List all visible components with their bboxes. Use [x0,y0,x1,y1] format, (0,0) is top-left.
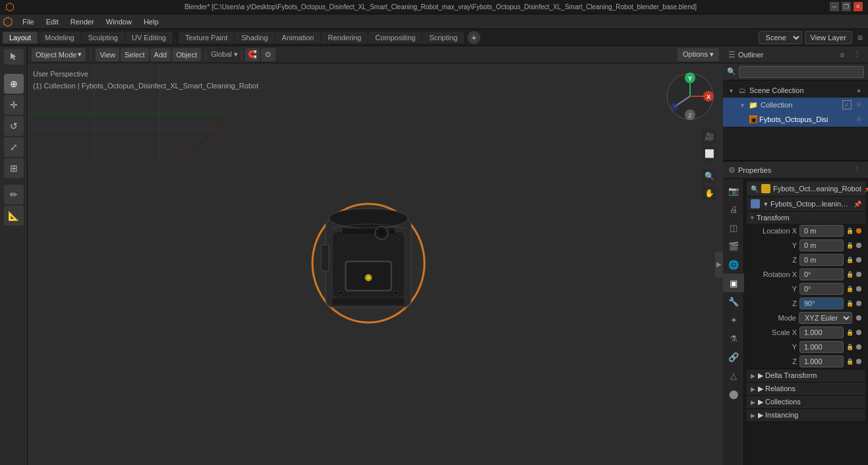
view-menu-btn[interactable]: View [96,48,119,61]
tree-scene-collection[interactable]: ▾ 🗂 Scene Collection ● [723,83,868,98]
annotate-btn[interactable]: ✏ [4,185,24,204]
move-tool-btn[interactable]: ✛ [4,95,24,115]
outliner-options-btn[interactable]: ⋮ [851,49,863,61]
mode-icon-btn[interactable] [4,49,24,65]
zoom-in-icon[interactable]: 🔍 [702,169,716,183]
props-tab-particles[interactable]: ✦ [723,311,744,329]
tab-scripting[interactable]: Scripting [422,32,464,44]
camera-view-icon[interactable]: 🎥 [702,129,716,144]
proportional-btn[interactable]: ⊙ [261,48,275,61]
relations-header[interactable]: ▶ ▶ Relations [747,383,865,395]
tree-object[interactable]: ▣ Fybots_Octopus_Disi 👁 [723,112,868,127]
delta-transform-header[interactable]: ▶ ▶ Delta Transform [747,369,865,382]
tab-uv-editing[interactable]: UV Editing [125,32,173,44]
object-mode-button[interactable]: Object Mode ▾ [32,48,86,61]
tree-collection[interactable]: ▾ 📁 Collection ✓ 👁 [723,98,868,112]
rot-z-value[interactable]: 90° [799,297,844,309]
menu-render[interactable]: Render [65,16,100,27]
menu-file[interactable]: File [17,16,40,27]
scene-selector[interactable]: Scene [759,31,802,44]
props-tab-object[interactable]: ▣ [723,274,744,292]
restore-button[interactable]: ❐ [842,2,851,11]
object-vis[interactable]: 👁 [854,114,864,125]
outliner-filter-btn[interactable]: ≡ [836,49,848,61]
props-tab-output[interactable]: 🖨 [723,200,744,218]
navigation-gizmo[interactable]: X Y Z [664,70,716,123]
menu-help[interactable]: Help [138,16,164,27]
props-tab-view-layer[interactable]: ◫ [723,218,744,237]
scale-z-lock[interactable]: 🔒 [846,358,854,365]
tab-shading[interactable]: Shading [235,32,274,44]
orthographic-icon[interactable]: ⬜ [702,146,716,161]
menu-window[interactable]: Window [101,16,137,27]
view-layer-button[interactable]: View Layer [805,31,852,44]
rot-x-lock[interactable]: 🔒 [846,271,854,278]
collections-header[interactable]: ▶ ▶ Collections [747,396,865,408]
options-button[interactable]: Options ▾ [678,48,719,61]
props-tab-material[interactable]: ⬤ [723,385,744,403]
viewport-canvas[interactable]: User Perspective (1) Collection | Fybots… [28,63,723,465]
instancing-header[interactable]: ▶ ▶ Instancing [747,409,865,421]
props-tab-render[interactable]: 📷 [723,181,744,200]
menu-edit[interactable]: Edit [41,16,64,27]
window-controls[interactable]: ─ ❐ ✕ [830,2,863,11]
loc-z-lock[interactable]: 🔒 [846,257,854,263]
scale-y-lock[interactable]: 🔒 [846,344,854,350]
props-tab-modifiers[interactable]: 🔧 [723,292,744,311]
props-tab-constraints[interactable]: 🔗 [723,348,744,366]
global-dropdown[interactable]: Global ▾ [211,50,238,59]
collection-checkbox[interactable]: ✓ [842,100,852,109]
scale-tool-btn[interactable]: ⤢ [4,137,24,157]
tab-texture-paint[interactable]: Texture Paint [179,32,234,44]
props-tab-data[interactable]: △ [723,366,744,385]
filter-icon[interactable]: ≡ [855,32,865,43]
props-tab-physics[interactable]: ⚗ [723,329,744,348]
rot-y-lock[interactable]: 🔒 [846,286,854,292]
loc-x-lock[interactable]: 🔒 [846,228,854,234]
scale-x-value[interactable]: 1.000 [799,326,844,338]
tab-compositing[interactable]: Compositing [368,32,422,44]
transform-tool-btn[interactable]: ⊞ [4,158,24,178]
loc-y-lock[interactable]: 🔒 [846,242,854,249]
props-tab-scene[interactable]: 🎬 [723,237,744,255]
rotation-mode-select[interactable]: XYZ Euler [799,312,852,324]
add-menu-btn[interactable]: Add [150,48,171,61]
minimize-button[interactable]: ─ [830,2,839,11]
object-menu-btn[interactable]: Object [172,48,201,61]
loc-z-value[interactable]: 0 m [799,254,844,266]
relations-section: ▶ ▶ Relations [747,383,865,396]
loc-y-value[interactable]: 0 m [799,239,844,251]
pin-button[interactable]: 📌 [864,185,868,193]
robot-object[interactable] [296,192,441,337]
scene-collection-vis[interactable]: ● [854,85,864,96]
scale-x-lock[interactable]: 🔒 [846,329,854,336]
tab-animation[interactable]: Animation [275,32,321,44]
loc-x-value[interactable]: 0 m [799,225,844,237]
transform-header[interactable]: ▾ Transform [747,212,865,224]
mesh-pin-btn[interactable]: 📌 [854,201,861,208]
tab-modeling[interactable]: Modeling [38,32,81,44]
rot-x-value[interactable]: 0° [799,268,844,280]
collection-vis[interactable]: 👁 [854,100,864,110]
select-menu-btn[interactable]: Select [121,48,149,61]
title-bar: ⬡ Blender* [C:\Users\a y\Desktop\Fybots_… [0,0,868,15]
add-workspace-button[interactable]: + [467,31,480,44]
rot-z-lock[interactable]: 🔒 [846,300,854,307]
properties-options-btn[interactable]: ⋮ [851,164,863,176]
snap-btn[interactable]: 🧲 [245,48,260,61]
scale-y-value[interactable]: 1.000 [799,341,844,353]
tab-rendering[interactable]: Rendering [321,32,368,44]
tab-layout[interactable]: Layout [3,32,38,44]
tab-sculpting[interactable]: Sculpting [82,32,125,44]
sidebar-collapse-btn[interactable]: ▶ [715,251,723,278]
measure-btn[interactable]: 📐 [4,206,24,226]
close-button[interactable]: ✕ [854,2,863,11]
scale-z-value[interactable]: 1.000 [799,356,844,367]
outliner-search-input[interactable] [739,66,864,78]
props-tab-world[interactable]: 🌐 [723,255,744,274]
rot-x-label: Rotation X [751,270,797,278]
rot-y-value[interactable]: 0° [799,283,844,295]
cursor-tool-btn[interactable]: ⊕ [4,74,24,94]
pan-icon[interactable]: ✋ [702,186,716,201]
rotate-tool-btn[interactable]: ↺ [4,116,24,136]
